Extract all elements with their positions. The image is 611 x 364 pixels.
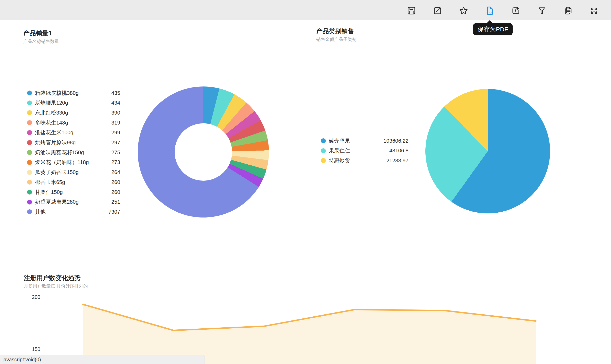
legend-item[interactable]: 磕壳坚果103606.22 (321, 137, 408, 144)
product-sales-header: 产品销量1 产品名称销售数量 (23, 30, 59, 44)
user-trend-header: 注册用户数变化趋势 月份用户数量按 月份升序排列的 (24, 274, 88, 289)
legend-dot (27, 140, 32, 145)
legend-value: 299 (111, 130, 120, 136)
legend-dot (27, 190, 32, 195)
copy-button[interactable] (562, 5, 573, 16)
legend-value: 48106.8 (389, 147, 408, 154)
share-button[interactable] (510, 5, 521, 16)
status-bar: javascript:void(0) (0, 355, 205, 364)
save-button[interactable] (406, 5, 417, 16)
favorite-button[interactable] (458, 5, 469, 16)
copy-icon (563, 6, 573, 15)
legend-value: 297 (111, 139, 120, 146)
legend-label: 烘烤薯片原味98g (35, 139, 76, 146)
legend-dot (321, 138, 326, 143)
legend-dot (27, 200, 32, 205)
legend-dot (27, 209, 32, 214)
donut-hole (175, 123, 232, 181)
legend-dot (27, 120, 32, 125)
fullscreen-button[interactable] (588, 5, 600, 16)
legend-item[interactable]: 爆米花（奶油味）118g273 (27, 159, 120, 166)
legend-item[interactable]: 精装纸皮核桃380g435 (27, 90, 120, 96)
legend-dot (27, 170, 32, 175)
user-trend-area-chart[interactable] (0, 291, 611, 364)
legend-label: 甘栗仁150g (35, 189, 63, 196)
legend-value: 7307 (108, 209, 120, 215)
legend-label: 炭烧腰果120g (35, 99, 68, 106)
legend-label: 磕壳坚果 (329, 137, 350, 144)
legend-item[interactable]: 椰香玉米65g260 (27, 179, 120, 186)
fullscreen-icon (589, 6, 599, 15)
legend-dot (27, 160, 32, 165)
legend-dot (27, 150, 32, 155)
status-bar-text: javascript:void(0) (2, 357, 41, 363)
legend-value: 319 (111, 120, 120, 126)
legend-item[interactable]: 果果仁仁48106.8 (321, 147, 408, 154)
legend-label: 奶香夏威夷果280g (35, 198, 79, 206)
legend-label: 特惠炒货 (329, 157, 350, 164)
legend-label: 椰香玉米65g (35, 179, 65, 186)
legend-value: 251 (111, 199, 120, 205)
edit-button[interactable] (432, 5, 443, 16)
legend-value: 434 (111, 100, 120, 106)
legend-label: 果果仁仁 (329, 147, 350, 154)
user-trend-title: 注册用户数变化趋势 (24, 274, 88, 282)
legend-label: 精装纸皮核桃380g (35, 90, 79, 97)
legend-dot (27, 130, 32, 135)
user-trend-subtitle: 月份用户数量按 月份升序排列的 (24, 284, 88, 289)
legend-item[interactable]: 特惠炒货21288.97 (321, 157, 408, 164)
legend-value: 21288.97 (387, 157, 408, 164)
legend-dot (27, 110, 32, 115)
legend-item[interactable]: 瓜蒌子奶香味150g264 (27, 169, 120, 176)
legend-label: 多味花生148g (35, 119, 68, 126)
legend-item[interactable]: 多味花生148g319 (27, 119, 120, 126)
legend-value: 435 (111, 90, 120, 96)
legend-item[interactable]: 奶油味黑葵花籽150g275 (27, 149, 120, 156)
legend-value: 260 (111, 189, 120, 195)
edit-icon (433, 6, 442, 15)
legend-item[interactable]: 炭烧腰果120g434 (27, 100, 120, 106)
toolbar: PDF (0, 0, 611, 20)
legend-dot (321, 148, 326, 153)
legend-label: 爆米花（奶油味）118g (35, 159, 89, 166)
category-sales-header: 产品类别销售 销售金额产品子类别 (316, 28, 357, 42)
product-sales-title: 产品销量1 (23, 30, 59, 37)
category-sales-title: 产品类别销售 (316, 28, 357, 35)
legend-item[interactable]: 东北红松330g390 (27, 109, 120, 116)
legend-value: 264 (111, 169, 120, 175)
svg-text:PDF: PDF (487, 11, 493, 14)
legend-item[interactable]: 奶香夏威夷果280g251 (27, 199, 120, 206)
legend-item[interactable]: 淮盐花生米100g299 (27, 129, 120, 136)
export-pdf-button[interactable]: PDF (484, 5, 495, 16)
legend-dot (27, 180, 32, 184)
legend-item[interactable]: 甘栗仁150g260 (27, 189, 120, 195)
legend-label: 奶油味黑葵花籽150g (35, 149, 84, 156)
legend-value: 273 (111, 159, 120, 165)
product-sales-donut-chart[interactable] (138, 87, 269, 218)
save-icon (407, 6, 416, 15)
legend-dot (27, 91, 32, 95)
category-sales-subtitle: 销售金额产品子类别 (316, 37, 357, 42)
legend-value: 103606.22 (383, 138, 408, 144)
legend-label: 东北红松330g (35, 109, 68, 116)
legend-label: 瓜蒌子奶香味150g (35, 169, 79, 176)
legend-value: 260 (111, 179, 120, 185)
legend-value: 275 (111, 149, 120, 156)
tooltip-arrow (486, 20, 493, 23)
legend-label: 其他 (35, 208, 46, 215)
tooltip-text: 保存为PDF (478, 25, 508, 34)
legend-dot (321, 158, 326, 163)
share-icon (511, 6, 521, 15)
legend-item[interactable]: 其他7307 (27, 208, 120, 215)
product-sales-subtitle: 产品名称销售数量 (23, 39, 59, 44)
star-icon (459, 6, 468, 15)
legend-label: 淮盐花生米100g (35, 129, 73, 136)
pdf-icon: PDF (485, 6, 494, 15)
category-sales-pie-chart[interactable] (425, 89, 550, 213)
legend-item[interactable]: 烘烤薯片原味98g297 (27, 139, 120, 146)
legend-dot (27, 101, 32, 105)
legend-value: 390 (111, 110, 120, 116)
save-as-pdf-tooltip: 保存为PDF (473, 23, 513, 35)
filter-icon (537, 6, 547, 15)
filter-button[interactable] (536, 5, 547, 16)
